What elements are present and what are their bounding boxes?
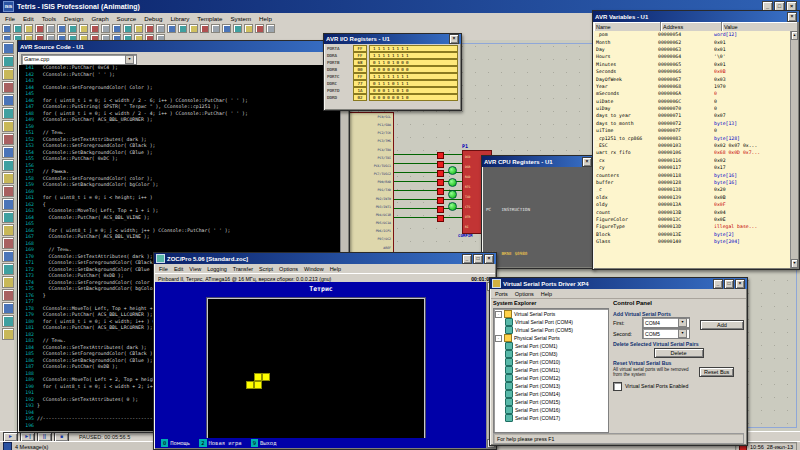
tree-node-virtual-port[interactable]: Virtual Serial Port (COM4) xyxy=(495,318,607,326)
menu-item[interactable]: Edit xyxy=(174,266,183,272)
false-origin-icon[interactable] xyxy=(101,24,110,33)
variable-row[interactable]: uart_rx_fifo 00000106 0x68 0x0D 0x7... xyxy=(594,149,791,156)
wire[interactable] xyxy=(392,199,462,200)
bus-mode-icon[interactable] xyxy=(2,107,14,119)
menu-item[interactable]: Debug xyxy=(144,15,162,22)
close-icon[interactable]: × xyxy=(484,254,494,264)
variables-window-title-bar[interactable]: AVR Variables - U1 × xyxy=(593,11,799,22)
ports-tree[interactable]: - Virtual Serial Ports Virtual Serial Po… xyxy=(493,308,609,433)
menu-item[interactable]: Tools xyxy=(42,15,56,22)
menu-item[interactable]: File xyxy=(159,266,168,272)
variable-row[interactable]: Hours 00000064 '\0' xyxy=(594,53,791,60)
tree-node-virtual-root[interactable]: - Virtual Serial Ports xyxy=(495,310,607,318)
text-2d-icon[interactable] xyxy=(2,302,14,314)
add-button[interactable]: Add xyxy=(700,320,744,330)
chevron-down-icon[interactable]: ▼ xyxy=(678,318,687,327)
tree-collapse-icon[interactable]: - xyxy=(495,311,502,318)
variable-row[interactable]: _pom 00000054 word[12] xyxy=(594,31,791,38)
import-section-icon[interactable] xyxy=(35,24,44,33)
subcircuit-icon[interactable] xyxy=(2,120,14,132)
current-probe-icon[interactable] xyxy=(2,211,14,223)
variable-row[interactable]: Year 00000068 1970 xyxy=(594,83,791,90)
wire[interactable] xyxy=(392,217,462,218)
menu-item[interactable]: Help xyxy=(330,266,341,272)
undo-icon[interactable] xyxy=(178,24,187,33)
tree-node-physical-port[interactable]: Serial Port (COM10) xyxy=(495,358,607,366)
tree-node-physical-port[interactable]: Serial Port (COM17) xyxy=(495,414,607,422)
selection-mode-icon[interactable] xyxy=(2,42,14,54)
variable-row[interactable]: mSeconds 0000006A 0 xyxy=(594,90,791,97)
source-file-selector[interactable]: Game.cpp ▼ xyxy=(21,54,137,65)
terminal-mode-icon[interactable] xyxy=(2,133,14,145)
close-icon[interactable]: × xyxy=(449,34,459,44)
tree-node-virtual-port[interactable]: Virtual Serial Port (COM5) xyxy=(495,326,607,334)
zoom-out-icon[interactable] xyxy=(145,24,154,33)
variable-row[interactable]: Day 00000063 0x01 xyxy=(594,46,791,53)
cursor-icon[interactable] xyxy=(112,24,121,33)
menu-item[interactable]: File xyxy=(5,15,15,22)
hotkey-hint[interactable]: 0 Помощь xyxy=(161,439,190,447)
scroll-up-icon[interactable]: ▲ xyxy=(791,31,798,40)
junction-dot-icon[interactable] xyxy=(2,68,14,80)
tree-node-physical-root[interactable]: - Physical Serial Ports xyxy=(495,334,607,342)
variable-row[interactable]: uiDay 00000070 0 xyxy=(594,105,791,112)
maximize-icon[interactable]: □ xyxy=(473,254,483,264)
variable-row[interactable]: _cy 00000117 0x17 xyxy=(594,164,791,171)
wire[interactable] xyxy=(392,163,462,164)
menu-item[interactable]: Graph xyxy=(91,15,108,22)
menu-item[interactable]: Script xyxy=(259,266,273,272)
device-pin-icon[interactable] xyxy=(2,146,14,158)
voltage-probe-icon[interactable] xyxy=(2,198,14,210)
print-icon[interactable] xyxy=(57,24,66,33)
cpu-window-title-bar[interactable]: AVR CPU Registers - U1 × xyxy=(482,156,594,167)
mark-output-area-icon[interactable] xyxy=(68,24,77,33)
vspd-title-bar[interactable]: Virtual Serial Ports Driver XP4 _ □ × xyxy=(490,278,747,289)
variable-row[interactable]: Glass 00000140 byte[204] xyxy=(594,238,791,245)
toggle-grid-icon[interactable] xyxy=(90,24,99,33)
zoom-area-icon[interactable] xyxy=(167,24,176,33)
menu-item[interactable]: Logging xyxy=(207,266,227,272)
component-mode-icon[interactable] xyxy=(2,55,14,67)
tree-collapse-icon[interactable]: - xyxy=(495,335,502,342)
variable-row[interactable]: DayOfWeek 00000067 0x03 xyxy=(594,75,791,82)
column-header-name[interactable]: Name xyxy=(594,22,661,31)
variable-row[interactable]: _cp1251_to_cp866 00000083 byte[128] xyxy=(594,134,791,141)
menu-item[interactable]: Transfer xyxy=(233,266,253,272)
variable-row[interactable]: _ESC 00000103 0x02 0x07 0x... xyxy=(594,142,791,149)
second-port-select[interactable]: COM5 ▼ xyxy=(642,328,690,339)
redo-icon[interactable] xyxy=(189,24,198,33)
menu-item[interactable]: Ports xyxy=(495,291,508,297)
delete-block-icon[interactable] xyxy=(266,24,275,33)
marker-2d-icon[interactable] xyxy=(2,328,14,340)
tree-node-physical-port[interactable]: Serial Port (COM15) xyxy=(495,398,607,406)
zoom-in-icon[interactable] xyxy=(134,24,143,33)
graph-mode-icon[interactable] xyxy=(2,159,14,171)
tree-node-physical-port[interactable]: Serial Port (COM13) xyxy=(495,382,607,390)
variable-row[interactable]: FigureType 0000013D illegal base... xyxy=(594,223,791,230)
zoom-all-icon[interactable] xyxy=(156,24,165,33)
hotkey-hint[interactable]: 2 Новая игра xyxy=(199,439,241,447)
hotkey-hint[interactable]: 9 Выход xyxy=(251,439,277,447)
chevron-down-icon[interactable]: ▼ xyxy=(678,329,687,338)
menu-item[interactable]: View xyxy=(189,266,201,272)
variable-row[interactable]: Seconds 00000066 0x0B xyxy=(594,68,791,75)
menu-item[interactable]: Edit xyxy=(23,15,34,22)
message-count[interactable]: 4 Message(s) xyxy=(15,444,48,450)
new-design-icon[interactable] xyxy=(2,24,11,33)
wire[interactable] xyxy=(392,154,462,155)
variable-row[interactable]: oldx 00000139 0x0B xyxy=(594,194,791,201)
menu-item[interactable]: Template xyxy=(197,15,222,22)
menu-item[interactable]: Help xyxy=(259,15,272,22)
menu-item[interactable]: System xyxy=(230,15,251,22)
maximize-icon[interactable]: □ xyxy=(724,279,734,289)
chevron-down-icon[interactable]: ▼ xyxy=(125,55,134,64)
tape-recorder-icon[interactable] xyxy=(2,172,14,184)
message-icon[interactable] xyxy=(3,442,12,450)
minimize-icon[interactable]: _ xyxy=(462,254,472,264)
copy-icon[interactable] xyxy=(211,24,220,33)
first-port-select[interactable]: COM4 ▼ xyxy=(642,317,690,328)
variables-table[interactable]: _pom 00000054 word[12] Month 00000062 0x… xyxy=(594,31,791,268)
variable-row[interactable]: counters 00000118 byte[16] xyxy=(594,171,791,178)
terminal-title-bar[interactable]: ZOC/Pro 5.06 [Standard.zoc] _ □ × xyxy=(154,253,496,264)
variable-row[interactable]: Month 00000062 0x01 xyxy=(594,38,791,45)
